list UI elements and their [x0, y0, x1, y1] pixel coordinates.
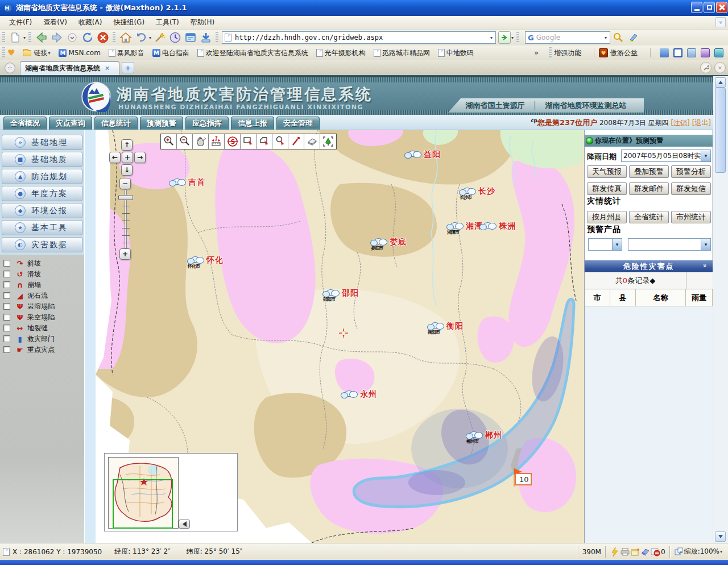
skin-icon[interactable]	[660, 48, 669, 57]
restore-button[interactable]	[704, 2, 715, 13]
content-blocker-button[interactable]	[651, 547, 661, 556]
plugin-icon[interactable]	[714, 48, 723, 57]
city-marker-shaoyang[interactable]: 邵阳邵阳市	[322, 288, 359, 298]
undo-caret[interactable]: ▾	[149, 35, 151, 40]
city-marker-yiyang[interactable]: 益阳	[404, 149, 441, 160]
province-stats-button[interactable]: 全省统计	[629, 211, 669, 223]
toolbar-collapse-button[interactable]: »	[715, 17, 726, 27]
measure-tool[interactable]: ?	[209, 134, 225, 149]
sidebar-item-annual-plan[interactable]: ●年度方案	[2, 186, 82, 201]
rain-date-select[interactable]: 2007年05月05日08时实况 ▾	[621, 149, 711, 162]
pan-center-button[interactable]: +	[122, 152, 133, 163]
favorites-heart[interactable]: ♥	[7, 48, 15, 58]
zoom-slider-handle[interactable]	[118, 195, 133, 200]
city-marker-hengyang[interactable]: 衡阳衡阳市	[427, 321, 464, 331]
links-folder[interactable]: 链接▾	[23, 48, 51, 58]
sidebar-item-disaster-data[interactable]: ◐灾害数据	[2, 237, 82, 252]
overlay-warning-button[interactable]: 叠加预警	[629, 165, 669, 178]
bulk-sms-button[interactable]: 群发短信	[671, 182, 711, 195]
search-button[interactable]	[610, 31, 626, 44]
zoom-out-button[interactable]: −	[119, 178, 131, 189]
nav-tab-query[interactable]: 灾点查询	[49, 117, 92, 130]
city-marker-loudi[interactable]: 娄底娄底市	[370, 237, 407, 247]
zoom-in-button[interactable]: +	[119, 248, 131, 260]
nav-tab-security[interactable]: 安全管理	[276, 117, 320, 130]
forward-button[interactable]	[49, 31, 64, 44]
caret-down-icon[interactable]: ▾	[612, 239, 622, 250]
city-marker-zhuzhou[interactable]: 株洲	[479, 221, 516, 231]
danger-points-header[interactable]: 危险性灾害点 »	[585, 260, 713, 272]
page-resize-button[interactable]	[674, 547, 684, 556]
city-stats-button[interactable]: 市州统计	[671, 211, 711, 223]
monthly-county-button[interactable]: 按月州县	[587, 211, 627, 223]
zoom-caret-icon[interactable]: ▾	[720, 549, 722, 554]
history-button[interactable]	[167, 31, 183, 44]
tab-list-button[interactable]: ☆	[5, 63, 15, 73]
minimap-collapse-button[interactable]	[179, 520, 190, 529]
back-button[interactable]	[34, 31, 49, 44]
full-extent-tool[interactable]	[320, 134, 336, 149]
boost-button[interactable]	[610, 547, 620, 556]
sidebar-item-basic-geography[interactable]: »基础地理	[2, 135, 82, 150]
link-zhongdi[interactable]: 中地数码	[438, 48, 474, 58]
pan-down-button[interactable]: ↓	[121, 164, 133, 176]
rescue-dept-checkbox[interactable]	[3, 335, 10, 342]
polygon-select-tool[interactable]	[257, 134, 272, 149]
refresh-button[interactable]	[80, 31, 95, 44]
close-button[interactable]	[716, 2, 727, 13]
slope-checkbox[interactable]	[3, 260, 10, 267]
collapse-checkbox[interactable]	[3, 281, 10, 288]
mining-checkbox[interactable]	[3, 314, 10, 321]
address-caret-icon[interactable]: ▾	[490, 35, 493, 40]
menu-tools[interactable]: 工具(T)	[150, 16, 185, 29]
menu-view[interactable]: 查看(V)	[38, 16, 73, 29]
link-hunan-system[interactable]: 欢迎登陆湖南省地质灾害信息系统	[197, 48, 308, 58]
search-engine-caret[interactable]: ▾	[605, 35, 607, 40]
city-marker-xiangtan[interactable]: 湘潭湘潭市	[446, 221, 483, 231]
minimize-button[interactable]	[691, 2, 702, 13]
new-window-button[interactable]	[630, 548, 640, 556]
nav-tab-overview[interactable]: 全省概况	[3, 117, 47, 130]
close-round-button[interactable]: ✕	[714, 62, 726, 73]
toolbar-grip[interactable]	[2, 32, 5, 43]
exit-link[interactable]: [退出]	[692, 119, 711, 127]
pan-tool[interactable]	[193, 134, 209, 149]
link-radio[interactable]: M电台指南	[152, 48, 189, 58]
plus-features-button[interactable]: 增强功能	[554, 48, 581, 58]
caret-down-icon[interactable]: ▾	[701, 150, 710, 161]
circle-select-tool[interactable]	[272, 134, 288, 149]
tab-close-icon[interactable]: ✕	[105, 65, 110, 72]
link-geo-monitor[interactable]: 湖南省地质环境监测总站	[537, 101, 634, 111]
city-marker-chenzhou[interactable]: 郴州郴州市	[465, 430, 502, 441]
tools-round-button[interactable]	[700, 62, 712, 73]
bulk-fax-button[interactable]: 群发传真	[587, 182, 627, 195]
menu-groups[interactable]: 快捷组(G)	[107, 16, 150, 29]
notes-icon[interactable]	[687, 48, 696, 57]
sidebar-item-prevention-plan[interactable]: ▲防治规划	[2, 169, 82, 184]
nav-tab-stats[interactable]: 信息统计	[94, 117, 138, 130]
address-bar[interactable]: ▾	[222, 31, 496, 44]
sidebar-item-env-bulletin[interactable]: ◆环境公报	[2, 203, 82, 218]
maxthon-charity-link[interactable]: ♥傲游公益	[599, 48, 638, 58]
bulk-email-button[interactable]: 群发邮件	[629, 182, 669, 195]
fissure-checkbox[interactable]	[3, 325, 10, 331]
landslide-checkbox[interactable]	[3, 271, 10, 277]
highlight-button[interactable]	[626, 31, 641, 44]
pens-icon[interactable]	[701, 48, 710, 57]
flag-marker[interactable]: 10	[511, 467, 534, 491]
go-caret[interactable]: ▾	[511, 35, 514, 40]
caret-down-icon[interactable]: ▾	[701, 239, 710, 250]
city-marker-changsha[interactable]: 长沙长沙市	[458, 186, 495, 197]
debris-flow-checkbox[interactable]	[3, 292, 10, 299]
scale-tool[interactable]: S	[225, 134, 241, 149]
scroll-thumb[interactable]	[715, 88, 726, 173]
new-page-button[interactable]	[7, 31, 23, 44]
links-overflow-button[interactable]: »	[534, 49, 539, 57]
city-marker-jishou[interactable]: 吉首	[168, 177, 205, 188]
city-marker-huaihua[interactable]: 怀化怀化市	[187, 255, 224, 265]
product-type-select[interactable]: ▾	[588, 238, 622, 251]
eraser-tool[interactable]	[304, 134, 320, 149]
download-button[interactable]	[198, 31, 213, 44]
zoom-out-tool[interactable]	[177, 134, 193, 149]
magic-fill-button[interactable]	[152, 31, 167, 44]
